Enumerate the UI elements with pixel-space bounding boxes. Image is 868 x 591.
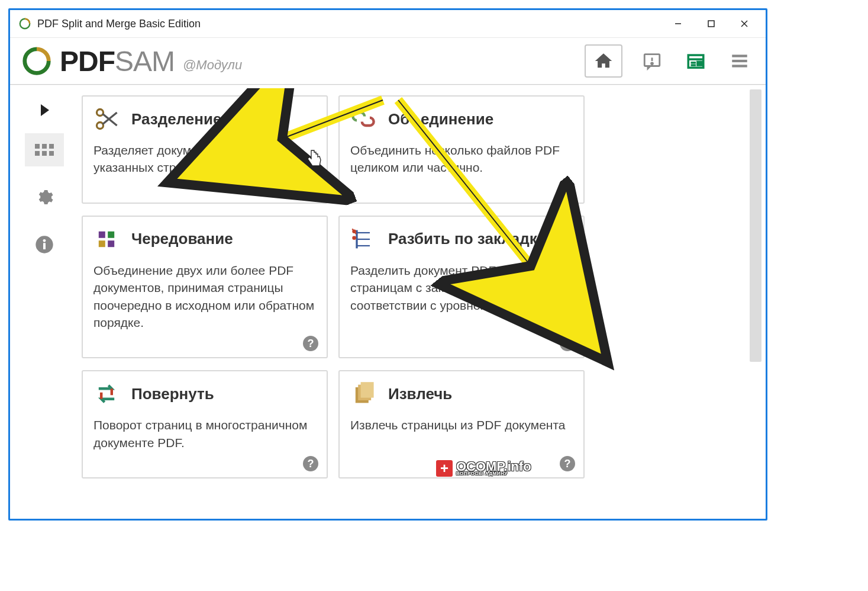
feedback-button[interactable] xyxy=(638,47,666,75)
interleave-icon xyxy=(93,226,120,252)
tile-split-by-bookmarks[interactable]: Разбить по закладкам Разделить документ … xyxy=(338,216,585,359)
svg-rect-20 xyxy=(42,151,47,156)
extract-pages-icon xyxy=(350,381,376,407)
help-icon[interactable]: ? xyxy=(560,181,575,197)
logo-text: PDFSAM xyxy=(60,45,175,78)
svg-rect-32 xyxy=(108,240,114,247)
maximize-button[interactable] xyxy=(695,12,728,35)
svg-rect-21 xyxy=(49,151,54,156)
tile-merge[interactable]: Объединение Объединить несколько файлов … xyxy=(338,95,585,204)
header-bar: PDFSAM @Модули xyxy=(10,37,766,85)
menu-button[interactable] xyxy=(725,47,754,75)
sidebar-modules-button[interactable] xyxy=(25,133,64,166)
svg-point-7 xyxy=(651,63,653,65)
logo-swirl-icon xyxy=(21,45,53,77)
news-button[interactable] xyxy=(682,47,710,75)
sidebar-expand-button[interactable] xyxy=(25,101,64,119)
tile-description: Извлечь страницы из PDF документа xyxy=(350,416,573,433)
tile-title: Объединение xyxy=(388,110,493,129)
svg-line-27 xyxy=(102,114,117,126)
tile-title: Извлечь xyxy=(388,385,452,403)
bookmark-split-icon xyxy=(350,226,376,252)
svg-rect-2 xyxy=(708,21,714,27)
scissors-icon xyxy=(93,106,120,132)
tile-alternate-mix[interactable]: Чередование Объединение двух или более P… xyxy=(82,216,328,359)
tile-split[interactable]: Разделение Разделяет документ PDF на ука… xyxy=(82,95,328,204)
main-window: PDF Split and Merge Basic Edition PDFSAM… xyxy=(8,8,767,521)
app-icon xyxy=(18,17,31,30)
svg-rect-16 xyxy=(35,144,40,149)
close-button[interactable] xyxy=(728,12,761,35)
chain-icon xyxy=(350,106,376,132)
tile-description: Разделяет документ PDF на указанных стра… xyxy=(93,142,316,176)
tile-title: Чередование xyxy=(131,230,233,248)
sidebar-settings-button[interactable] xyxy=(25,181,64,214)
tile-extract[interactable]: Извлечь Извлечь страницы из PDF документ… xyxy=(338,370,585,478)
rotate-icon xyxy=(93,381,120,407)
titlebar: PDF Split and Merge Basic Edition xyxy=(10,10,766,37)
svg-rect-42 xyxy=(361,383,374,398)
logo: PDFSAM @Модули xyxy=(21,45,242,78)
tile-title: Разделение xyxy=(131,110,221,129)
tile-description: Объединить несколько файлов PDF целиком … xyxy=(350,142,573,176)
tile-description: Разделить документ PDF по страницам с за… xyxy=(350,262,573,314)
svg-point-38 xyxy=(352,236,356,240)
tile-description: Поворот страниц в многостраничном докуме… xyxy=(93,416,316,451)
tile-title: Повернуть xyxy=(131,385,214,403)
help-icon[interactable]: ? xyxy=(303,336,318,351)
svg-rect-30 xyxy=(108,232,114,238)
help-icon[interactable]: ? xyxy=(303,181,318,197)
tile-description: Объединение двух или более PDF документо… xyxy=(93,262,316,332)
tile-title: Разбить по закладкам xyxy=(388,230,557,248)
svg-rect-29 xyxy=(99,232,105,238)
sidebar xyxy=(12,86,77,517)
content-area: Разделение Разделяет документ PDF на ука… xyxy=(77,86,764,517)
help-icon[interactable]: ? xyxy=(560,336,575,351)
help-icon[interactable]: ? xyxy=(303,456,318,471)
breadcrumb: @Модули xyxy=(183,57,242,73)
minimize-button[interactable] xyxy=(662,12,695,35)
svg-rect-12 xyxy=(698,62,702,65)
home-button[interactable] xyxy=(585,44,622,78)
vertical-scrollbar[interactable] xyxy=(750,89,761,362)
svg-point-24 xyxy=(43,239,46,242)
svg-rect-23 xyxy=(43,243,46,249)
svg-rect-18 xyxy=(49,144,54,149)
help-icon[interactable]: ? xyxy=(560,456,575,471)
svg-line-28 xyxy=(102,113,117,124)
svg-rect-17 xyxy=(42,144,47,149)
svg-rect-19 xyxy=(35,151,40,156)
sidebar-info-button[interactable] xyxy=(25,228,64,261)
svg-rect-31 xyxy=(99,240,105,247)
tile-rotate[interactable]: Повернуть Поворот страниц в многостранич… xyxy=(82,370,328,478)
window-title: PDF Split and Merge Basic Edition xyxy=(37,18,201,30)
